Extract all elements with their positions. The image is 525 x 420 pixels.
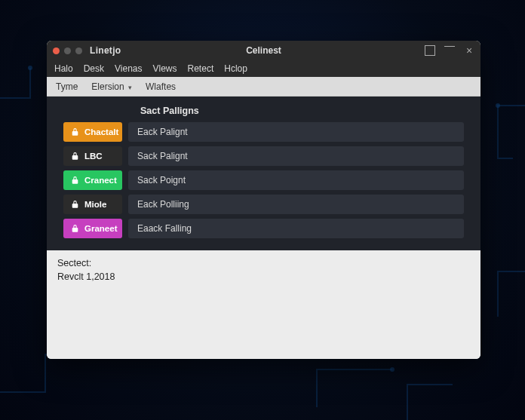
app-window: Linetjo Celinest × Halo Desk Vienas Vlew… [47, 41, 480, 359]
svg-point-2 [390, 367, 395, 372]
rows-container: Chactalt Eack Palignt LBC Sack Palignt [63, 122, 464, 238]
menubar: Halo Desk Vienas Vlews Retect Hclop [47, 60, 480, 77]
row-pill-label: Cranect [83, 176, 117, 185]
footer-line1: Sectect: [57, 258, 470, 268]
menu-desk[interactable]: Desk [84, 63, 104, 74]
row-pill-label: Graneet [83, 224, 117, 233]
window-title: Celinest [246, 45, 281, 56]
toolbar-tyme-label: Tyme [56, 81, 78, 92]
svg-point-0 [28, 66, 32, 70]
row-text[interactable]: Eack Polliing [128, 195, 464, 214]
list-row: Chactalt Eack Palignt [63, 122, 464, 142]
lock-icon [66, 224, 83, 234]
svg-point-3 [496, 103, 500, 108]
menu-vlews[interactable]: Vlews [153, 63, 177, 74]
row-pill-miole[interactable]: Miole [63, 195, 122, 214]
window-traffic-lights [53, 48, 82, 54]
window-controls-right: × [425, 45, 474, 56]
list-row: LBC Sack Palignt [63, 146, 464, 166]
content-panel: Sact Palligns Chactalt Eack Palignt LBC [47, 97, 480, 250]
footer-line2: Revclt 1,2018 [57, 271, 470, 282]
chevron-down-icon: ▾ [128, 84, 132, 91]
footer-panel: Sectect: Revclt 1,2018 [47, 250, 480, 359]
maximize-window-button[interactable] [425, 45, 435, 56]
menu-vienas[interactable]: Vienas [115, 63, 142, 74]
row-pill-label: Chactalt [83, 127, 118, 136]
list-row: Graneet Eaack Falling [63, 219, 464, 238]
row-text[interactable]: Sack Poignt [128, 170, 464, 190]
row-text[interactable]: Eack Palignt [128, 122, 464, 142]
minimize-window-button[interactable] [64, 48, 71, 54]
row-pill-chactalt[interactable]: Chactalt [63, 122, 122, 142]
row-pill-graneet[interactable]: Graneet [63, 219, 122, 238]
titlebar: Linetjo Celinest × [47, 41, 480, 60]
section-title: Sact Palligns [140, 106, 464, 116]
row-pill-lbc[interactable]: LBC [63, 146, 122, 166]
menu-retect[interactable]: Retect [188, 63, 214, 74]
toolbar: Tyme Elersion ▾ Wlaftes [47, 77, 480, 97]
toolbar-elersion-label: Elersion [91, 81, 124, 92]
lock-icon [66, 200, 83, 210]
toolbar-wlaftes-label: Wlaftes [146, 81, 176, 92]
row-text[interactable]: Eaack Falling [128, 219, 464, 238]
row-pill-label: LBC [83, 152, 103, 161]
row-text[interactable]: Sack Palignt [128, 146, 464, 166]
lock-icon [66, 127, 83, 137]
lock-icon [66, 176, 83, 185]
row-pill-label: Miole [83, 200, 106, 209]
list-row: Cranect Sack Poignt [63, 170, 464, 190]
menu-hclop[interactable]: Hclop [224, 63, 247, 74]
close-window-button-right[interactable]: × [464, 45, 474, 56]
list-row: Miole Eack Polliing [63, 195, 464, 214]
minimize-window-button-right[interactable] [444, 45, 455, 56]
toolbar-tyme[interactable]: Tyme [56, 81, 78, 92]
lock-icon [66, 152, 83, 161]
row-pill-cranect[interactable]: Cranect [63, 170, 122, 190]
menu-halo[interactable]: Halo [54, 63, 73, 74]
toolbar-wlaftes[interactable]: Wlaftes [146, 81, 176, 92]
close-window-button[interactable] [53, 48, 60, 54]
maximize-window-button-left[interactable] [75, 48, 82, 54]
toolbar-elersion[interactable]: Elersion ▾ [91, 81, 132, 92]
app-name-label: Linetjo [90, 45, 121, 56]
